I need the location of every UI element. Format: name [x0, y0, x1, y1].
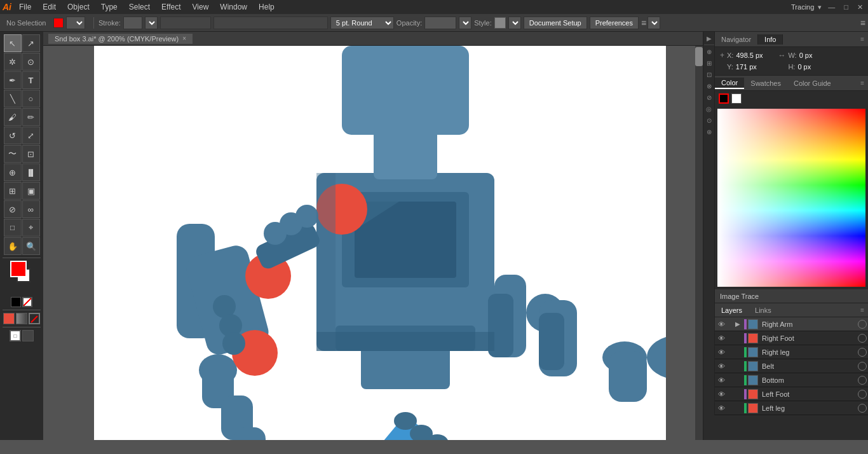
color-mode-icon[interactable]	[3, 313, 15, 324]
layer-item-left-foot[interactable]: 👁 ▶ Left Foot	[715, 387, 868, 401]
stroke-input[interactable]	[123, 17, 142, 29]
black-swatch[interactable]	[719, 93, 729, 104]
ellipse-tool[interactable]: ○	[22, 90, 40, 107]
menu-edit[interactable]: Edit	[37, 1, 61, 13]
magic-wand-tool[interactable]: ✲	[4, 53, 22, 71]
opacity-dropdown[interactable]: ▾	[459, 17, 471, 29]
gradient-mode-icon[interactable]	[16, 313, 27, 324]
layer-item-bottom[interactable]: 👁 ▶ Bottom	[715, 373, 868, 387]
navigator-tab[interactable]: Navigator	[715, 34, 758, 45]
layers-expand[interactable]: ≡	[857, 306, 868, 313]
paintbrush-tool[interactable]: 🖌	[4, 108, 22, 126]
layers-tab[interactable]: Layers	[715, 305, 749, 315]
mesh-tool[interactable]: ⊞	[4, 182, 22, 200]
panel-icon-9[interactable]: ⊛	[704, 127, 714, 137]
scroll-thumb[interactable]	[695, 47, 703, 66]
symbol-tool[interactable]: ⊕	[4, 163, 22, 181]
preferences-button[interactable]: Preferences	[590, 17, 639, 29]
white-swatch[interactable]	[731, 93, 742, 104]
menu-help[interactable]: Help	[254, 1, 280, 13]
free-transform-tool[interactable]: ⊡	[22, 145, 40, 163]
layer-eye-belt[interactable]: 👁	[716, 361, 726, 371]
blend-tool[interactable]: ∞	[22, 200, 40, 218]
stroke-dropdown[interactable]: ▾	[145, 17, 158, 29]
panel-icon-1[interactable]: ▶	[704, 33, 714, 43]
links-tab[interactable]: Links	[749, 305, 778, 315]
canvas[interactable]	[43, 46, 703, 440]
color-guide-tab[interactable]: Color Guide	[787, 78, 837, 88]
panel-expand-icon[interactable]: ≡	[857, 36, 868, 43]
direct-selection-tool[interactable]: ↗	[22, 34, 40, 52]
slice-tool[interactable]: ⌖	[22, 219, 40, 237]
pencil-tool[interactable]: ✏	[22, 108, 40, 126]
line-tool[interactable]: ╲	[4, 90, 22, 107]
layer-circle-belt[interactable]	[858, 362, 867, 371]
none-icon[interactable]	[11, 297, 21, 307]
color-panel-expand[interactable]: ≡	[857, 79, 868, 86]
layer-circle-right-foot[interactable]	[858, 334, 867, 343]
layer-eye-right-foot[interactable]: 👁	[716, 333, 726, 343]
canvas-tab-item[interactable]: Snd box 3.ai* @ 200% (CMYK/Preview) ×	[48, 34, 193, 44]
hand-tool[interactable]: ✋	[4, 237, 22, 255]
panel-icon-5[interactable]: ⊗	[704, 81, 714, 91]
window-close[interactable]: ✕	[855, 3, 865, 11]
window-minimize[interactable]: —	[825, 3, 837, 11]
color-picker[interactable]	[717, 109, 865, 287]
layer-circle-right-arm[interactable]	[858, 320, 867, 329]
document-setup-button[interactable]: Document Setup	[524, 17, 587, 29]
panel-icon-2[interactable]: ⊕	[704, 46, 714, 57]
lasso-tool[interactable]: ⊙	[22, 53, 40, 71]
style-dropdown[interactable]: ▾	[508, 17, 521, 29]
fill-dropdown[interactable]: ▾	[66, 17, 85, 29]
arrange-dropdown[interactable]: ▾	[648, 17, 660, 29]
info-tab[interactable]: Info	[758, 34, 783, 45]
panel-icon-7[interactable]: ◎	[704, 104, 714, 114]
layer-circle-left-foot[interactable]	[858, 390, 867, 399]
arrange-icon[interactable]: ≡	[641, 18, 646, 28]
layer-item-right-arm[interactable]: 👁 ▶ Right Arm	[715, 317, 868, 331]
layer-item-left-leg[interactable]: 👁 ▶ Left leg	[715, 401, 868, 415]
foreground-color[interactable]	[10, 261, 27, 277]
layer-circle-right-leg[interactable]	[858, 348, 867, 357]
canvas-scrollbar[interactable]	[695, 46, 703, 440]
panel-toggle[interactable]: ≡	[860, 18, 865, 28]
rotate-tool[interactable]: ↺	[4, 127, 22, 144]
layer-circle-left-leg[interactable]	[858, 404, 867, 413]
stroke-value-input[interactable]	[160, 17, 211, 29]
pen-tool[interactable]: ✒	[4, 71, 22, 89]
graph-tool[interactable]: ▐▌	[22, 163, 40, 181]
panel-icon-8[interactable]: ⊙	[704, 115, 714, 125]
pt-dropdown[interactable]: 5 pt. Round	[330, 17, 394, 29]
eyedropper-tool[interactable]: ⊘	[4, 200, 22, 218]
gradient-tool[interactable]: ▣	[22, 182, 40, 200]
layer-item-belt[interactable]: 👁 ▶ Belt	[715, 359, 868, 373]
scale-tool[interactable]: ⤢	[22, 127, 40, 144]
layer-eye-bottom[interactable]: 👁	[716, 375, 726, 385]
layer-item-right-foot[interactable]: 👁 ▶ Right Foot	[715, 331, 868, 345]
panel-icon-4[interactable]: ⊡	[704, 69, 714, 79]
selection-tool[interactable]: ↖	[4, 34, 22, 52]
menu-effect[interactable]: Effect	[156, 1, 186, 13]
color-tab[interactable]: Color	[715, 78, 744, 89]
menu-object[interactable]: Object	[62, 1, 95, 13]
opacity-input[interactable]	[424, 17, 456, 29]
fill-color-swatch[interactable]	[53, 18, 64, 28]
swap-colors-icon[interactable]	[22, 297, 32, 307]
menu-view[interactable]: View	[187, 1, 214, 13]
layer-eye-left-leg[interactable]: 👁	[716, 403, 726, 413]
warp-tool[interactable]: 〜	[4, 145, 22, 163]
panel-icon-6[interactable]: ⊘	[704, 92, 714, 102]
window-maximize[interactable]: □	[841, 3, 851, 11]
artboard-tool[interactable]: □	[4, 219, 22, 237]
layer-eye-right-leg[interactable]: 👁	[716, 347, 726, 357]
none-fill-icon[interactable]	[29, 313, 40, 324]
layer-arrow-right-arm[interactable]: ▶	[735, 320, 743, 327]
layer-item-right-leg[interactable]: 👁 ▶ Right leg	[715, 345, 868, 359]
panel-icon-3[interactable]: ⊞	[704, 58, 714, 68]
text-tool[interactable]: T	[22, 71, 40, 89]
menu-file[interactable]: File	[14, 1, 36, 13]
layer-circle-bottom[interactable]	[858, 376, 867, 385]
screen-mode[interactable]: □	[10, 330, 21, 341]
tracing-dropdown[interactable]: ▾	[818, 3, 822, 11]
layer-eye-left-foot[interactable]: 👁	[716, 389, 726, 399]
